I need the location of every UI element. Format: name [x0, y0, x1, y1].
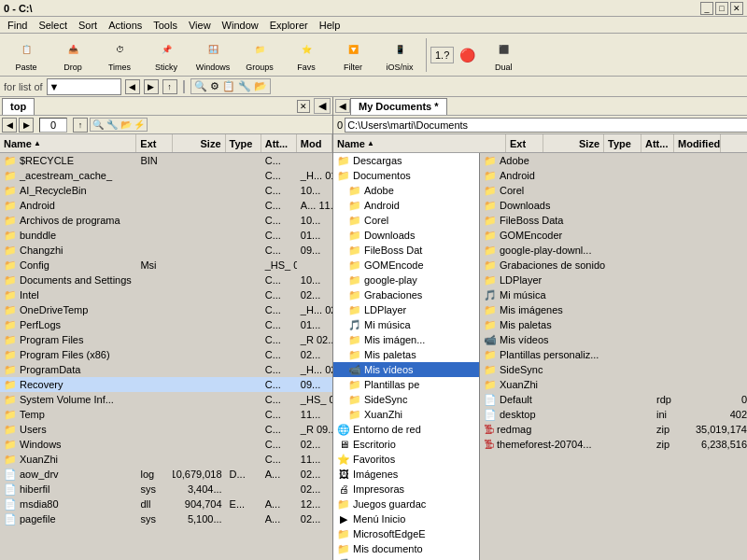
left-icons-bar[interactable]: 🔍 🔧 📂 ⚡	[90, 118, 148, 132]
col-name-right[interactable]: Name ▲	[333, 134, 506, 152]
table-row[interactable]: 📁Corel C... 11...	[480, 183, 747, 198]
right-tab[interactable]: My Documents *	[350, 98, 447, 115]
list-item[interactable]: 📁Grabaciones	[333, 287, 479, 302]
table-row[interactable]: 📁Grabaciones de sonido C... 01...	[480, 258, 747, 273]
table-row[interactable]: 📁Archivos de programa C... 10...	[0, 213, 332, 228]
path-input[interactable]: C:\Users\marti\Documents	[345, 118, 747, 133]
list-item-active[interactable]: 📹Mis vídeos	[333, 362, 479, 377]
col-type-right[interactable]: Type	[604, 134, 641, 152]
left-pane-close[interactable]: ✕	[297, 100, 310, 113]
col-ext-left[interactable]: Ext	[136, 134, 172, 152]
list-item[interactable]: 🖼Imágenes	[333, 467, 479, 482]
table-row[interactable]: 📁Mis paletas C...	[480, 317, 747, 332]
table-row[interactable]: 📁_acestream_cache_ C... _H... 01...	[0, 168, 332, 183]
list-item[interactable]: ⭐Favoritos	[333, 452, 479, 467]
list-item[interactable]: 📁google-play	[333, 273, 479, 287]
list-item[interactable]: 📁SideSync	[333, 392, 479, 407]
table-row[interactable]: 📄desktop ini 402 O... A... 02...	[480, 407, 747, 422]
table-row[interactable]: 📹Mis vídeos C... 09...	[480, 332, 747, 347]
table-row[interactable]: 📁Users C... _R 09...	[0, 422, 332, 437]
left-collapse[interactable]: ◀	[314, 98, 331, 114]
table-row[interactable]: 📁bunddle C... 01...	[0, 228, 332, 243]
minimize-button[interactable]: _	[700, 2, 713, 15]
table-row[interactable]: 📁Documents and Settings C... 10...	[0, 273, 332, 287]
col-size-right[interactable]: Size	[543, 134, 604, 152]
list-item[interactable]: 📁Plantillas pe	[333, 377, 479, 392]
table-row[interactable]: 🎵Mi música C...	[480, 287, 747, 302]
col-mod-right[interactable]: Modified	[674, 134, 721, 152]
mid-pane[interactable]: 📁Descargas 📁Documentos 📁Adobe 📁Android 📁…	[333, 153, 480, 560]
table-row[interactable]: 🗜themeforest-20704... zip 6,238,516 A...…	[480, 437, 747, 452]
left-tab[interactable]: top	[2, 98, 35, 115]
list-item[interactable]: 📁Mis documento	[333, 541, 479, 556]
list-item[interactable]: 🎵Música	[333, 556, 479, 560]
table-row[interactable]: 📄pagefile sys 5,100... A... 02...	[0, 511, 332, 526]
left-file-list[interactable]: 📁$RECYCLE BIN C... 📁_acestream_cache_ C.…	[0, 153, 332, 560]
table-row[interactable]: 📁Android C... 04...	[480, 168, 747, 183]
list-item[interactable]: 📁Documentos	[333, 168, 479, 183]
col-attr-right[interactable]: Att...	[641, 134, 674, 152]
menu-tools[interactable]: Tools	[148, 19, 183, 32]
nav-forward[interactable]: ▶	[144, 79, 159, 94]
left-nav-up[interactable]: ↑	[73, 118, 88, 133]
table-row[interactable]: 📁Windows C... 02...	[0, 437, 332, 452]
list-item[interactable]: 🖨Impresoras	[333, 482, 479, 497]
nav-back[interactable]: ◀	[125, 79, 140, 94]
left-nav-back[interactable]: ◀	[2, 118, 17, 133]
col-name-left[interactable]: Name ▲	[0, 134, 136, 152]
toolbar-drop[interactable]: 📥 Drop	[50, 36, 95, 74]
table-row[interactable]: 📁System Volume Inf... C... _HS_ 09...	[0, 392, 332, 407]
addr-combo[interactable]: ▼	[47, 78, 121, 95]
table-row[interactable]: 📄Default rdp 0 C... AH... 09...	[480, 392, 747, 407]
list-item[interactable]: 📁Descargas	[333, 153, 479, 168]
list-item[interactable]: 📁Android	[333, 198, 479, 213]
table-row[interactable]: 📁Android C... A... 11...	[0, 198, 332, 213]
table-row[interactable]: 📁Intel C... 02...	[0, 287, 332, 302]
right-file-list[interactable]: 📁Adobe C... 06... 📁Android C... 04...	[480, 153, 747, 560]
list-item[interactable]: 📁GOMEncode	[333, 258, 479, 273]
table-row[interactable]: 📁GOMEncoder C... 07...	[480, 228, 747, 243]
col-type-left[interactable]: Type	[226, 134, 261, 152]
col-mod-left[interactable]: Mod	[297, 134, 332, 152]
toolbar-times[interactable]: ⏱ Times	[97, 36, 142, 74]
toolbar-ios[interactable]: 📱 iOS/nix	[377, 36, 422, 74]
table-row[interactable]: 📁Adobe C... 06...	[480, 153, 747, 168]
close-button[interactable]: ✕	[730, 2, 743, 15]
list-item[interactable]: 📁Downloads	[333, 228, 479, 243]
toolbar-extra2[interactable]: 🔴	[456, 46, 479, 64]
toolbar-favs[interactable]: ⭐ Favs	[284, 36, 329, 74]
col-ext-right[interactable]: Ext	[506, 134, 543, 152]
table-row[interactable]: 📁Changzhi C... 09...	[0, 243, 332, 258]
list-item[interactable]: 📁Mis paletas	[333, 347, 479, 362]
toolbar-extra1[interactable]: 1.?	[430, 47, 454, 63]
right-pane-btn[interactable]: ◀	[335, 99, 350, 113]
table-row[interactable]: 📁Plantillas personaliz... C...	[480, 347, 747, 362]
list-item[interactable]: 🎵Mi música	[333, 317, 479, 332]
table-row[interactable]: 📁LDPlayer C... 10...	[480, 273, 747, 287]
menu-window[interactable]: Window	[217, 19, 264, 32]
table-row[interactable]: 📁Recovery C... 09...	[0, 377, 332, 392]
table-row[interactable]: 📄msdia80 dll 904,704 E... A... 12...	[0, 497, 332, 511]
table-row[interactable]: 📄hiberfil sys 3,404... 02...	[0, 482, 332, 497]
list-item[interactable]: 🖥Escritorio	[333, 437, 479, 452]
table-row[interactable]: 📁$RECYCLE BIN C...	[0, 153, 332, 168]
list-item[interactable]: ▶Menú Inicio	[333, 511, 479, 526]
table-row[interactable]: 🗜redmag zip 35,019,174 A... A... 02...	[480, 422, 747, 437]
toolbar-windows[interactable]: 🪟 Windows	[190, 36, 235, 74]
list-item[interactable]: 📁Corel	[333, 213, 479, 228]
toolbar-dual[interactable]: ⬛ Dual	[481, 36, 526, 74]
table-row[interactable]: 📁XuanZhi C... 11...	[480, 377, 747, 392]
list-item[interactable]: 📁MicrosoftEdgeE	[333, 526, 479, 541]
addr-icons[interactable]: 🔍 ⚙ 📋 🔧 📂	[190, 78, 271, 94]
table-row[interactable]: 📁Program Files C... _R 02...	[0, 332, 332, 347]
toolbar-groups[interactable]: 📁 Groups	[237, 36, 282, 74]
list-item[interactable]: 📁Adobe	[333, 183, 479, 198]
col-size-left[interactable]: Size	[173, 134, 226, 152]
table-row[interactable]: 📁PerfLogs C... 01...	[0, 317, 332, 332]
table-row[interactable]: 📁Temp C... 11...	[0, 407, 332, 422]
table-row[interactable]: 📁Config Msi _HS_ 02...	[0, 258, 332, 273]
menu-sort[interactable]: Sort	[73, 19, 103, 32]
list-item[interactable]: 📁XuanZhi	[333, 407, 479, 422]
table-row[interactable]: 📁OneDriveTemp C... _H... 02...	[0, 302, 332, 317]
table-row[interactable]: 📁FileBoss Data C... 11...	[480, 213, 747, 228]
